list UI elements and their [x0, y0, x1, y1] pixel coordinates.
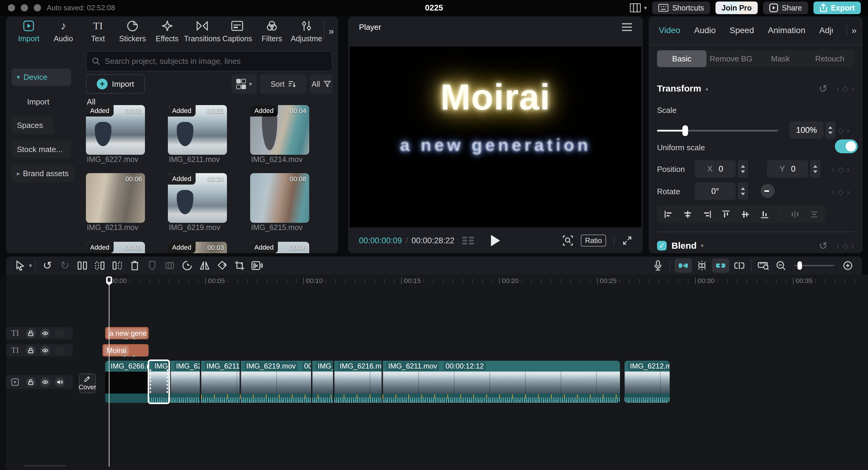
tab-filters[interactable]: Filters: [255, 19, 289, 43]
speed-button[interactable]: [179, 258, 196, 273]
sidebar-item-stock-materials[interactable]: Stock mate...: [11, 141, 71, 158]
mirror-button[interactable]: [196, 258, 213, 273]
timeline-scale-button[interactable]: [755, 258, 772, 273]
tab-stickers[interactable]: Stickers: [115, 19, 150, 43]
delete-button[interactable]: [126, 258, 144, 273]
tab-text[interactable]: TI Text: [81, 19, 116, 43]
free-rotate-button[interactable]: [213, 258, 231, 273]
keyframe-controls[interactable]: ‹◇›: [836, 84, 854, 93]
fullscreen-icon[interactable]: [622, 236, 632, 245]
frame-preview-icon[interactable]: [462, 237, 474, 244]
selected-clip-outline[interactable]: [148, 360, 170, 404]
tab-transitions[interactable]: Transitions: [184, 19, 220, 43]
layout-switch-button[interactable]: ▾: [630, 3, 647, 12]
share-button[interactable]: Share: [763, 1, 808, 14]
tab-speed[interactable]: Speed: [730, 26, 754, 35]
subtab-retouch[interactable]: Retouch: [805, 50, 855, 67]
select-tool-button[interactable]: [11, 258, 29, 273]
transform-section-title[interactable]: Transform: [657, 83, 701, 94]
timeline-zoom-slider[interactable]: [795, 265, 834, 266]
scale-slider[interactable]: [657, 130, 778, 132]
blend-enabled-checkbox[interactable]: ✓: [657, 241, 667, 250]
distribute-vertical-icon[interactable]: [810, 210, 818, 219]
library-search[interactable]: [86, 51, 333, 71]
sidebar-item-brand-assets[interactable]: ▸ Brand assets: [11, 165, 74, 182]
track-option-slot[interactable]: [55, 329, 64, 338]
media-item-thumbnail[interactable]: Added 00:08: [86, 105, 145, 155]
align-bottom-icon[interactable]: [761, 210, 769, 219]
media-item-thumbnail[interactable]: Added 00:03: [168, 242, 227, 253]
media-item-thumbnail[interactable]: Added 00:23: [168, 105, 227, 155]
scale-keyframe-controls[interactable]: ‹◇›: [832, 126, 849, 135]
blend-keyframe-controls[interactable]: ‹◇›: [836, 241, 854, 250]
split-delete-left-button[interactable]: [91, 258, 108, 273]
shortcuts-button[interactable]: Shortcuts: [652, 1, 710, 14]
position-keyframe-controls[interactable]: ‹◇›: [832, 165, 849, 174]
sidebar-item-device[interactable]: ▾ Device: [11, 68, 71, 86]
crop-button[interactable]: [231, 258, 248, 273]
uniform-scale-toggle[interactable]: [835, 139, 858, 153]
view-mode-selector[interactable]: ▾: [231, 74, 257, 94]
window-zoom-button[interactable]: [34, 4, 41, 11]
clip-trim-handle-right[interactable]: [167, 369, 168, 394]
media-item-thumbnail[interactable]: 00:06: [86, 173, 145, 223]
tab-adjustment[interactable]: Adjustme: [819, 26, 833, 35]
toggle-visibility-icon[interactable]: [40, 346, 50, 355]
rotate-stepper[interactable]: [738, 182, 748, 200]
reset-blend-icon[interactable]: ↻: [819, 241, 828, 251]
split-button[interactable]: [73, 258, 91, 273]
tab-effects[interactable]: Effects: [150, 19, 184, 43]
align-center-horizontal-icon[interactable]: [684, 210, 692, 219]
scale-value-field[interactable]: 100%: [789, 121, 824, 139]
tab-video[interactable]: Video: [659, 26, 680, 35]
tab-audio[interactable]: Audio: [694, 26, 716, 35]
zoom-out-button[interactable]: [772, 258, 789, 273]
preview-viewport[interactable]: Moirai a new generation: [350, 47, 641, 227]
zoom-slider-handle[interactable]: [798, 261, 802, 270]
split-delete-right-button[interactable]: [108, 258, 126, 273]
position-x-field[interactable]: X 0: [695, 160, 736, 178]
overlap-button[interactable]: [161, 258, 179, 273]
search-input[interactable]: [104, 56, 327, 66]
auto-ripple-button[interactable]: [693, 258, 711, 273]
track-option-slot[interactable]: [55, 346, 64, 355]
link-clips-button[interactable]: [712, 258, 730, 273]
toggle-visibility-icon[interactable]: [40, 329, 50, 338]
timeline-horizontal-scrollbar[interactable]: [24, 465, 66, 467]
subtab-basic[interactable]: Basic: [657, 50, 707, 67]
unlink-clips-button[interactable]: [731, 258, 748, 273]
position-y-stepper[interactable]: [810, 160, 820, 178]
playhead-handle[interactable]: [106, 276, 112, 286]
undo-button[interactable]: ↺: [38, 258, 56, 273]
select-tool-dropdown[interactable]: ▾: [29, 262, 32, 269]
tab-animation[interactable]: Animation: [768, 26, 806, 35]
tab-audio[interactable]: ♪ Audio: [46, 19, 81, 43]
video-clip[interactable]: IMG_62: [170, 361, 200, 403]
toggle-visibility-icon[interactable]: [40, 377, 50, 387]
clip-trim-handle-left[interactable]: [150, 369, 151, 394]
window-minimize-button[interactable]: [21, 4, 28, 11]
sidebar-item-import[interactable]: Import: [22, 93, 55, 110]
position-x-stepper[interactable]: [738, 160, 748, 178]
preview-quality-icon[interactable]: [563, 235, 573, 246]
align-middle-vertical-icon[interactable]: [741, 210, 749, 219]
media-item-thumbnail[interactable]: 00:08: [250, 173, 309, 223]
library-tabs-overflow-button[interactable]: »: [324, 21, 338, 41]
reset-transform-icon[interactable]: ↻: [819, 83, 828, 94]
voiceover-mic-button[interactable]: [649, 258, 667, 273]
blend-section-title[interactable]: Blend: [672, 241, 696, 251]
snap-toggle-button[interactable]: [675, 258, 692, 273]
redo-button[interactable]: ↻: [56, 258, 73, 273]
lock-track-icon[interactable]: [26, 377, 36, 387]
zoom-in-button[interactable]: [839, 258, 857, 273]
tab-adjustment[interactable]: Adjustme: [289, 19, 324, 43]
playhead[interactable]: [106, 276, 112, 469]
filter-button[interactable]: All: [310, 74, 333, 94]
align-right-icon[interactable]: [703, 210, 711, 219]
window-close-button[interactable]: [8, 4, 15, 11]
lock-track-icon[interactable]: [26, 346, 36, 355]
sort-button[interactable]: Sort: [260, 74, 307, 94]
lock-track-icon[interactable]: [26, 329, 36, 338]
subtab-mask[interactable]: Mask: [756, 50, 805, 67]
sidebar-item-spaces[interactable]: Spaces: [11, 116, 54, 134]
